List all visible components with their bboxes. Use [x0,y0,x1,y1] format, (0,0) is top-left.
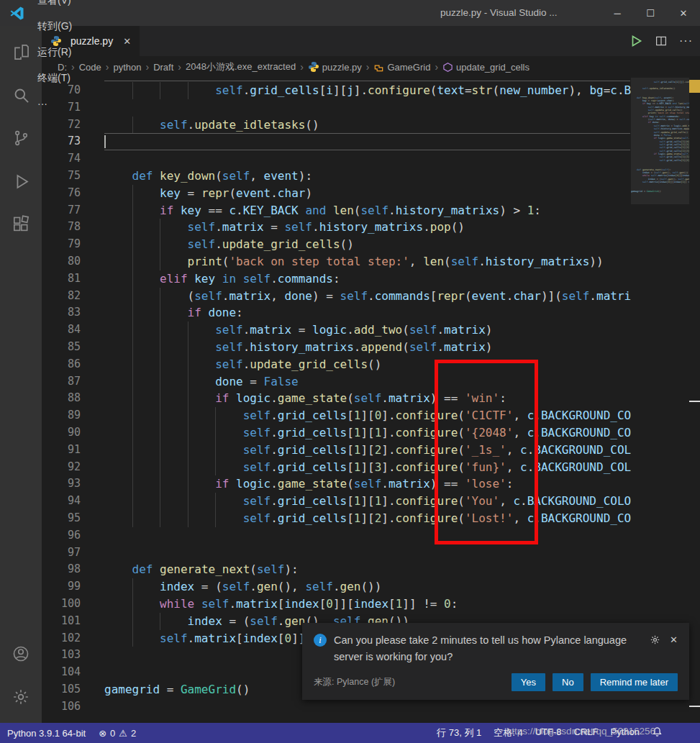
code-line[interactable]: 71 [42,99,700,117]
yes-button[interactable]: Yes [512,673,545,691]
code-line[interactable]: 92 self.grid_cells[1][3].configure('fun}… [42,459,700,476]
line-number: 94 [42,493,81,510]
remind-me-later-button[interactable]: Remind me later [591,673,678,691]
breadcrumb-item[interactable]: python [113,62,141,73]
status-bar: Python 3.9.1 64-bit ⊗0 ⚠2 行 73, 列 1空格: 4… [0,723,700,743]
menu-item[interactable]: ··· [31,91,78,117]
code-line[interactable]: 94 self.grid_cells[1][1].configure('You'… [42,493,700,510]
breadcrumb-item[interactable]: puzzle.py [308,61,362,73]
indent-guide [132,236,133,253]
code-text: elif key in self.commands: [104,270,340,288]
code-line[interactable]: 99 index = (self.gen(), self.gen()) [42,578,700,596]
menu-item[interactable]: 查看(V) [31,0,78,13]
notifications-bell-icon[interactable] [652,726,663,739]
code-line[interactable]: 83 if done: [42,304,700,322]
window-close-button[interactable]: ✕ [667,0,700,26]
status-python-version[interactable]: Python 3.9.1 64-bit [7,728,86,739]
breadcrumb-item[interactable]: update_grid_cells [442,62,529,73]
indent-guide [132,442,133,459]
code-line[interactable]: 106 [42,698,700,716]
indent-guide [215,510,216,527]
settings-gear-icon[interactable] [0,675,42,719]
code-line[interactable]: 72 self.update_idletasks() [42,117,700,134]
window-minimize-button[interactable]: ─ [601,0,634,26]
breadcrumb-item[interactable]: 2048小游戏.exe_extracted [186,60,296,73]
error-icon: ⊗ [99,728,106,739]
code-line[interactable]: 90 self.grid_cells[1][1].configure('{204… [42,424,700,442]
window-maximize-button[interactable]: ☐ [634,0,667,26]
indent-guide [215,424,216,442]
code-line[interactable]: 97 [42,544,700,562]
code-text: self.grid_cells[1][3].configure('fun}', … [104,459,700,476]
breadcrumb-item[interactable]: GameGrid [373,62,430,73]
code-line[interactable]: 95 self.grid_cells[1][2].configure('Lost… [42,510,700,527]
extensions-icon[interactable] [0,203,42,246]
indent-guide [132,373,133,391]
line-number: 93 [42,475,81,493]
run-debug-icon[interactable] [0,160,42,203]
code-line[interactable]: 86 self.update_grid_cells() [42,356,700,373]
status-cursor-position[interactable]: 行 73, 列 1 [437,726,481,739]
code-text: self.grid_cells[i][j].configure(text=str… [104,82,700,99]
code-line[interactable]: 79 self.update_grid_cells() [42,236,700,253]
more-actions-button[interactable]: ··· [679,35,693,47]
overview-ruler[interactable] [689,78,700,723]
menu-item[interactable]: 转到(G) [31,13,78,39]
code-text: done = False [104,373,299,391]
code-text: if done: [104,304,243,322]
line-number: 81 [42,270,81,288]
code-line[interactable]: 84 self.matrix = logic.add_two(self.matr… [42,322,700,339]
line-number: 101 [42,613,81,630]
line-number: 85 [42,339,81,356]
code-line[interactable]: 89 self.grid_cells[1][0].configure('C1CT… [42,407,700,424]
editor-actions: ··· [629,26,693,56]
breadcrumb-item[interactable]: Draft [153,62,173,73]
code-line[interactable]: 81 elif key in self.commands: [42,270,700,288]
tab-close-icon[interactable]: ✕ [123,36,131,47]
code-line[interactable]: 74 [42,150,700,168]
account-icon[interactable] [0,632,42,675]
source-control-icon[interactable] [0,117,42,160]
code-line[interactable]: 100 while self.matrix[index[0]][index[1]… [42,596,700,613]
code-line[interactable]: 76 key = repr(event.char) [42,185,700,202]
code-line[interactable]: 87 done = False [42,373,700,391]
notification-close-icon[interactable]: ✕ [670,634,678,645]
run-button[interactable] [629,34,643,48]
code-line[interactable]: 88 if logic.game_state(self.matrix) == '… [42,390,700,407]
code-line[interactable]: 73 [42,133,700,150]
code-line[interactable]: 78 self.matrix = self.history_matrixs.po… [42,219,700,236]
code-line[interactable]: 70 self.grid_cells[i][j].configure(text=… [42,82,700,99]
status-indentation[interactable]: 空格: 4 [494,726,522,739]
no-button[interactable]: No [553,673,583,691]
menu-item[interactable]: 终端(T) [31,65,78,91]
code-line[interactable]: 98 def generate_next(self): [42,561,700,578]
breadcrumb-item[interactable]: Code [79,62,101,73]
code-line[interactable]: 93 if logic.game_state(self.matrix) == '… [42,475,700,493]
chevron-right-icon: › [106,61,109,73]
status-eol[interactable]: CRLF [574,726,599,739]
scrollbar-marker-warning [689,80,700,93]
split-editor-button[interactable] [655,35,668,47]
indent-guide [132,270,133,288]
code-line[interactable]: 75 def key_down(self, event): [42,168,700,185]
code-line[interactable]: 85 self.history_matrixs.append(self.matr… [42,339,700,356]
current-line-highlight [104,133,630,150]
code-line[interactable]: 80 print('back on step total step:', len… [42,253,700,270]
status-problems[interactable]: ⊗0 ⚠2 [99,728,136,739]
notification-settings-gear-icon[interactable] [650,634,660,645]
symbol-method-icon [442,62,453,73]
indent-guide [132,424,133,442]
minimap-slider[interactable] [631,78,689,204]
menu-item[interactable]: 运行(R) [31,39,78,65]
line-number: 97 [42,544,81,562]
code-line[interactable]: 96 [42,527,700,544]
line-number: 92 [42,459,81,476]
status-language[interactable]: Python [611,726,640,739]
line-number: 80 [42,253,81,270]
code-line[interactable]: 77 if key == c.KEY_BACK and len(self.his… [42,202,700,219]
code-line[interactable]: 91 self.grid_cells[1][2].configure('_1s_… [42,442,700,459]
status-encoding[interactable]: UTF-8 [535,726,562,739]
line-number: 90 [42,424,81,442]
indent-guide [160,493,160,510]
code-line[interactable]: 82 (self.matrix, done) = self.commands[r… [42,288,700,305]
